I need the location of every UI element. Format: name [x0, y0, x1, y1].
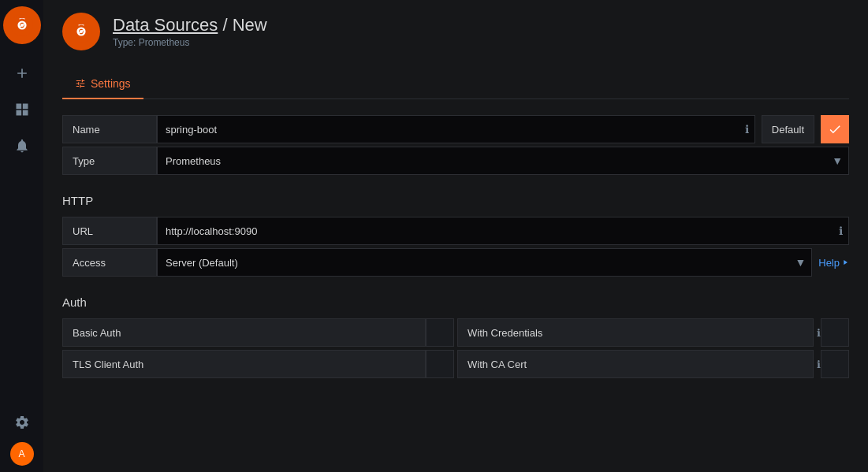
- sidebar-item-alerts[interactable]: [6, 129, 39, 162]
- with-credentials-checkbox[interactable]: [821, 318, 849, 347]
- type-row: Type Prometheus ▼: [62, 147, 849, 175]
- with-ca-cert-row: With CA Cert ℹ: [457, 350, 849, 378]
- type-select-wrap: Prometheus ▼: [157, 147, 849, 175]
- auth-grid: Basic Auth With Credentials ℹ TLS Client…: [62, 318, 849, 378]
- url-input[interactable]: [157, 217, 849, 245]
- with-credentials-label: With Credentials: [457, 318, 814, 347]
- access-select-wrap: Server (Default) Browser ▼: [157, 248, 812, 277]
- tabs-bar: Settings: [62, 69, 849, 99]
- with-ca-cert-label: With CA Cert: [457, 350, 814, 378]
- separator: /: [222, 15, 232, 35]
- http-section-title: HTTP: [62, 194, 849, 207]
- type-label: Type: [62, 147, 157, 175]
- datasources-link[interactable]: Data Sources: [113, 15, 218, 35]
- name-label: Name: [62, 115, 157, 143]
- access-label: Access: [62, 248, 157, 277]
- default-wrap: Default: [762, 115, 849, 143]
- http-section: HTTP URL ℹ Access Server (Default) Brows…: [62, 194, 849, 280]
- name-info-icon[interactable]: ℹ: [745, 123, 749, 136]
- auth-section-title: Auth: [62, 295, 849, 309]
- type-select[interactable]: Prometheus: [157, 147, 849, 175]
- tls-client-auth-row: TLS Client Auth: [62, 350, 454, 378]
- with-credentials-row: With Credentials ℹ: [457, 318, 849, 347]
- url-input-wrap: ℹ: [157, 217, 849, 245]
- datasource-icon: [62, 13, 100, 50]
- tab-settings[interactable]: Settings: [62, 69, 143, 99]
- sidebar-item-add[interactable]: [6, 57, 39, 90]
- page-header: Data Sources / New Type: Prometheus: [62, 13, 849, 50]
- svg-point-3: [80, 30, 83, 33]
- user-avatar[interactable]: A: [10, 442, 34, 466]
- grafana-logo[interactable]: [3, 6, 41, 44]
- basic-settings-section: Name ℹ Default Type Prometheus ▼: [62, 115, 849, 178]
- sidebar-item-settings[interactable]: [6, 406, 39, 439]
- basic-auth-label: Basic Auth: [62, 318, 426, 347]
- page-title: Data Sources / New: [113, 15, 267, 35]
- auth-section: Auth Basic Auth With Credentials ℹ TLS C…: [62, 295, 849, 378]
- basic-auth-checkbox[interactable]: [426, 318, 454, 347]
- with-ca-cert-checkbox[interactable]: [821, 350, 849, 378]
- tls-client-auth-label: TLS Client Auth: [62, 350, 426, 378]
- access-row: Access Server (Default) Browser ▼ Help: [62, 248, 849, 277]
- name-input-wrap: ℹ: [157, 115, 755, 143]
- name-input[interactable]: [157, 115, 755, 143]
- main-content: Data Sources / New Type: Prometheus Sett…: [43, 0, 868, 472]
- url-info-icon[interactable]: ℹ: [839, 225, 843, 237]
- url-label: URL: [62, 217, 157, 245]
- name-row: Name ℹ Default: [62, 115, 849, 143]
- url-row: URL ℹ: [62, 217, 849, 245]
- page-header-text: Data Sources / New Type: Prometheus: [113, 15, 267, 48]
- sidebar-item-dashboards[interactable]: [6, 93, 39, 126]
- avatar-initials: A: [18, 448, 24, 459]
- access-select[interactable]: Server (Default) Browser: [157, 248, 812, 277]
- tls-client-auth-checkbox[interactable]: [426, 350, 454, 378]
- new-label: New: [233, 15, 267, 35]
- basic-auth-row: Basic Auth: [62, 318, 454, 347]
- help-link[interactable]: Help: [818, 257, 849, 269]
- default-checkbox[interactable]: [821, 115, 849, 143]
- svg-point-1: [20, 24, 23, 27]
- default-label: Default: [762, 115, 814, 143]
- sidebar: A: [0, 0, 43, 472]
- page-subtitle: Type: Prometheus: [113, 37, 267, 48]
